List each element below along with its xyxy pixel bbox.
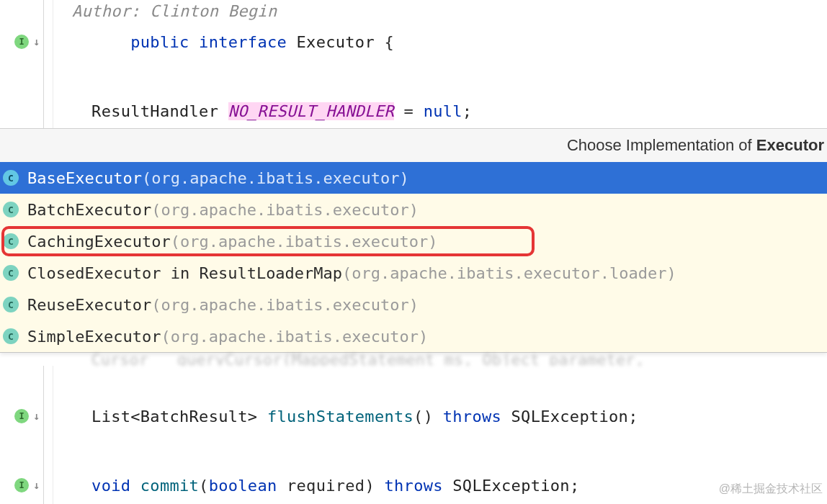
- blank-line: [0, 435, 827, 467]
- impl-name: ReuseExecutor: [27, 296, 151, 314]
- impl-package: (org.apache.ibatis.executor.loader): [342, 264, 676, 282]
- gutter[interactable]: I: [0, 35, 43, 49]
- blank-line: [0, 366, 827, 397]
- choose-implementation-popup: Choose Implementation of Executor CBaseE…: [0, 128, 827, 353]
- keyword-throws: throws: [385, 477, 443, 495]
- method-name: flushStatements: [267, 408, 414, 426]
- impl-item-closed-executor[interactable]: CClosedExecutor in ResultLoaderMap (org.…: [0, 257, 827, 289]
- field-type: ResultHandler: [91, 102, 218, 120]
- gutter[interactable]: I: [0, 409, 43, 423]
- field-line[interactable]: ResultHandler NO_RESULT_HANDLER = null;: [0, 94, 827, 128]
- impl-item-base-executor[interactable]: CBaseExecutor (org.apache.ibatis.executo…: [0, 162, 827, 194]
- implementations-icon[interactable]: I: [14, 478, 29, 492]
- impl-name: BatchExecutor: [27, 201, 151, 219]
- impl-item-reuse-executor[interactable]: CReuseExecutor (org.apache.ibatis.execut…: [0, 289, 827, 320]
- class-icon: C: [3, 297, 19, 312]
- impl-name: CachingExecutor: [27, 233, 171, 251]
- interface-decl[interactable]: public interface Executor {: [53, 15, 394, 69]
- impl-package: (org.apache.ibatis.executor): [142, 169, 409, 187]
- impl-name: SimpleExecutor: [27, 328, 161, 346]
- keyword-public: public: [130, 33, 189, 51]
- implementation-list[interactable]: CBaseExecutor (org.apache.ibatis.executo…: [0, 162, 827, 352]
- impl-item-batch-executor[interactable]: CBatchExecutor (org.apache.ibatis.execut…: [0, 194, 827, 225]
- class-icon: C: [3, 328, 19, 344]
- popup-title-target: Executor: [756, 136, 824, 154]
- return-type: List<BatchResult>: [91, 408, 257, 426]
- field-name: NO_RESULT_HANDLER: [228, 102, 394, 120]
- semi: ;: [462, 102, 473, 120]
- param-name: required: [287, 477, 365, 495]
- impl-package: (org.apache.ibatis.executor): [151, 296, 419, 314]
- commit-decl[interactable]: void commit(boolean required) throws SQL…: [53, 477, 579, 495]
- impl-package: (org.apache.ibatis.executor): [171, 233, 438, 251]
- paren-r: ): [365, 477, 375, 495]
- keyword-interface: interface: [199, 33, 287, 51]
- class-icon: C: [3, 202, 19, 217]
- watermark: @稀土掘金技术社区: [719, 482, 823, 497]
- param-type: boolean: [209, 477, 277, 495]
- field-decl[interactable]: ResultHandler NO_RESULT_HANDLER = null;: [53, 102, 472, 120]
- impl-package: (org.apache.ibatis.executor): [151, 201, 419, 219]
- method-flush-line[interactable]: I List<BatchResult> flushStatements() th…: [0, 397, 827, 435]
- keyword-throws: throws: [443, 408, 501, 426]
- interface-decl-line[interactable]: I public interface Executor {: [0, 22, 827, 62]
- code-editor: Author: Clinton Begin I public interface…: [0, 0, 827, 504]
- impl-item-caching-executor[interactable]: CCachingExecutor (org.apache.ibatis.exec…: [0, 225, 827, 257]
- popup-title-prefix: Choose Implementation of: [567, 136, 756, 154]
- obscured-code-line: Cursor queryCursor(MappedStatement ms, O…: [0, 353, 827, 366]
- class-icon: C: [3, 170, 19, 186]
- impl-package: (org.apache.ibatis.executor): [161, 328, 428, 346]
- null-literal: null: [424, 102, 462, 120]
- flush-decl[interactable]: List<BatchResult> flushStatements() thro…: [53, 408, 638, 426]
- impl-item-simple-executor[interactable]: CSimpleExecutor (org.apache.ibatis.execu…: [0, 320, 827, 352]
- impl-name: BaseExecutor: [27, 169, 142, 187]
- popup-title: Choose Implementation of Executor: [0, 129, 827, 162]
- parens: (): [414, 408, 433, 426]
- class-icon: C: [3, 233, 19, 249]
- blank-line: [0, 62, 827, 94]
- type-name: Executor: [297, 33, 375, 51]
- implementations-icon[interactable]: I: [14, 35, 29, 49]
- exception-type: SQLException: [452, 477, 570, 495]
- method-name: commit: [140, 477, 199, 495]
- semi: ;: [628, 408, 638, 426]
- exception-type: SQLException: [511, 408, 629, 426]
- eq: =: [404, 102, 414, 120]
- class-icon: C: [3, 265, 19, 281]
- keyword-void: void: [91, 477, 130, 495]
- brace-open: {: [384, 33, 394, 51]
- method-commit-line[interactable]: I void commit(boolean required) throws S…: [0, 467, 827, 504]
- gutter[interactable]: I: [0, 478, 43, 492]
- impl-name: ClosedExecutor in ResultLoaderMap: [27, 264, 342, 282]
- paren-l: (: [199, 477, 209, 495]
- implementations-icon[interactable]: I: [14, 409, 29, 423]
- semi: ;: [570, 477, 580, 495]
